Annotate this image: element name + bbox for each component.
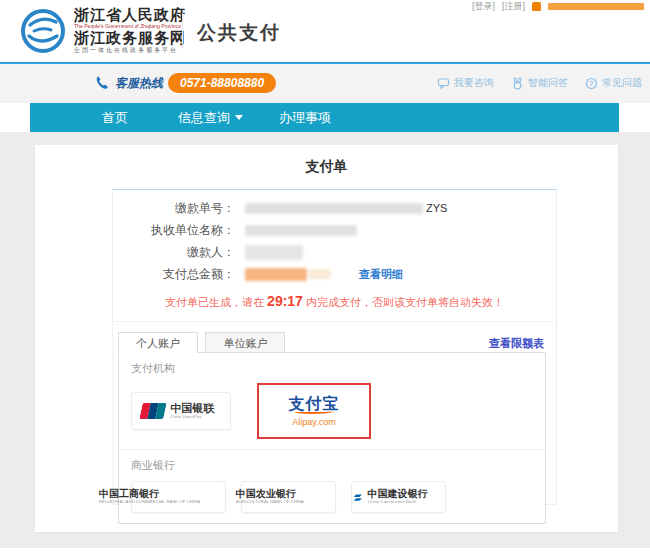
countdown-timer: 29:17 [267, 293, 303, 309]
payment-options-panel: 支付机构 中国银联 China UnionPay 支付宝 [118, 352, 546, 524]
field-label: 支付总金额： [113, 266, 235, 283]
icbc-option[interactable]: 中国工商银行 INDUSTRIAL AND COMMERCIAL BANK OF… [131, 481, 226, 513]
redacted-amount-tail [309, 269, 331, 279]
alipay-domain: Alipay.com [292, 417, 335, 427]
panel-divider [119, 449, 545, 450]
nav-info-query-label: 信息查询 [178, 109, 230, 127]
gov-text-block: 浙江省人民政府 The People's Government of Zheji… [74, 7, 200, 54]
view-detail-link[interactable]: 查看明细 [359, 267, 403, 282]
header-divider [182, 13, 183, 49]
register-link[interactable]: [注册] [502, 0, 525, 13]
ccb-name-en: China Construction Bank [368, 499, 416, 503]
icbc-name-en: INDUSTRIAL AND COMMERCIAL BANK OF CHINA [99, 499, 200, 503]
public-payment-page: [登录] [注册] 浙江省人民政府 The People's Governmen… [0, 0, 650, 559]
gov-name-en: The People's Government of Zhejiang Prov… [74, 23, 181, 28]
alipay-option-selected[interactable]: 支付宝 Alipay.com [257, 383, 371, 439]
redacted-payer-name [245, 245, 303, 260]
site-name: 浙江政务服务网 [74, 29, 200, 46]
abc-name: 中国农业银行 [236, 488, 346, 499]
ccb-option[interactable]: 中国建设银行 China Construction Bank [351, 481, 446, 513]
expiry-warning: 支付单已生成，请在 29:17 内完成支付，否则该支付单将自动失效！ [113, 293, 556, 321]
topbar-links: [登录] [注册] [472, 0, 644, 13]
hotline-label: 客服热线 [115, 75, 163, 92]
chevron-down-icon [235, 115, 243, 120]
field-payer: 缴款人： [113, 241, 556, 263]
field-collecting-unit: 执收单位名称： [113, 219, 556, 241]
tab-personal-account[interactable]: 个人账户 [118, 332, 198, 353]
page-title: 支付单 [35, 158, 618, 176]
subbar: 客服热线 0571-88808880 我要咨询 智能问答 [0, 62, 650, 103]
unionpay-logo-icon [140, 403, 167, 419]
hotline: 客服热线 0571-88808880 [94, 73, 276, 93]
abc-name-en: AGRICULTURAL BANK OF CHINA [236, 499, 304, 503]
institutions-label: 支付机构 [131, 361, 533, 376]
nav-home-label: 首页 [102, 109, 128, 127]
institutions-row: 中国银联 China UnionPay 支付宝 Alipay.com [131, 383, 533, 439]
abc-option[interactable]: 中国农业银行 AGRICULTURAL BANK OF CHINA [241, 481, 336, 513]
smart-qa-link[interactable]: 智能问答 [511, 76, 568, 90]
warning-suffix: 内完成支付，否则该支付单将自动失效！ [303, 296, 504, 308]
nav-home[interactable]: 首页 [102, 109, 128, 127]
chat-bubble-icon [437, 77, 450, 90]
redacted-payment-number [245, 203, 423, 214]
unionpay-name-en: China UnionPay [170, 414, 201, 418]
hotline-number: 0571-88808880 [168, 73, 276, 93]
ccb-name: 中国建设银行 [368, 488, 445, 499]
help-links: 我要咨询 智能问答 ? 常见问题 [437, 76, 642, 90]
gov-logo-area[interactable]: 浙江省人民政府 The People's Government of Zheji… [20, 7, 200, 54]
banks-row: 中国工商银行 INDUSTRIAL AND COMMERCIAL BANK OF… [131, 481, 533, 513]
warning-prefix: 支付单已生成，请在 [165, 296, 267, 308]
nav-handle-matters[interactable]: 办理事项 [279, 109, 331, 127]
account-tabs: 个人账户 单位账户 查看限额表 [118, 332, 546, 353]
consult-link[interactable]: 我要咨询 [437, 76, 494, 90]
field-total-amount: 支付总金额： 查看明细 [113, 263, 556, 285]
smart-qa-label: 智能问答 [528, 76, 568, 90]
unionpay-option[interactable]: 中国银联 China UnionPay [131, 392, 231, 430]
ccb-logo-icon [352, 489, 364, 506]
redacted-unit-name [245, 225, 357, 236]
payment-number-suffix: ZYS [426, 202, 447, 214]
question-circle-icon: ? [585, 77, 598, 90]
faq-link[interactable]: ? 常见问题 [585, 76, 642, 90]
nav-handle-matters-label: 办理事项 [279, 109, 331, 127]
field-label: 缴款人： [113, 244, 235, 261]
robot-rabbit-icon [511, 77, 524, 90]
field-label: 缴款单号： [113, 200, 235, 217]
user-icon [532, 2, 541, 11]
nav-info-query[interactable]: 信息查询 [178, 109, 243, 127]
zhejiang-gov-logo-icon [20, 8, 66, 54]
login-link[interactable]: [登录] [472, 0, 495, 13]
app-title: 公共支付 [197, 20, 281, 46]
redacted-amount [245, 268, 307, 281]
site-tagline: 全国一体化在线政务服务平台 [74, 46, 200, 54]
consult-label: 我要咨询 [454, 76, 494, 90]
view-limit-table-link[interactable]: 查看限额表 [489, 336, 544, 351]
main-nav: 首页 信息查询 办理事项 [30, 103, 619, 132]
faq-label: 常见问题 [602, 76, 642, 90]
payment-card: 支付单 缴款单号： ZYS 执收单位名称： 缴款人： [35, 145, 618, 532]
user-notice-redacted[interactable] [548, 3, 644, 10]
payment-fields: 缴款单号： ZYS 执收单位名称： 缴款人： 支付总金额： [113, 190, 556, 322]
field-payment-number: 缴款单号： ZYS [113, 197, 556, 219]
unionpay-name: 中国银联 [170, 402, 221, 414]
alipay-card: 支付宝 Alipay.com [261, 387, 367, 435]
svg-text:?: ? [589, 80, 593, 87]
payment-detail-container: 缴款单号： ZYS 执收单位名称： 缴款人： 支付总金额： [112, 189, 557, 505]
phone-icon [94, 75, 110, 91]
alipay-swoosh-icon [294, 409, 334, 414]
field-label: 执收单位名称： [113, 222, 235, 239]
banks-label: 商业银行 [131, 458, 533, 473]
gov-name: 浙江省人民政府 [74, 7, 200, 23]
tab-unit-account[interactable]: 单位账户 [205, 332, 285, 353]
